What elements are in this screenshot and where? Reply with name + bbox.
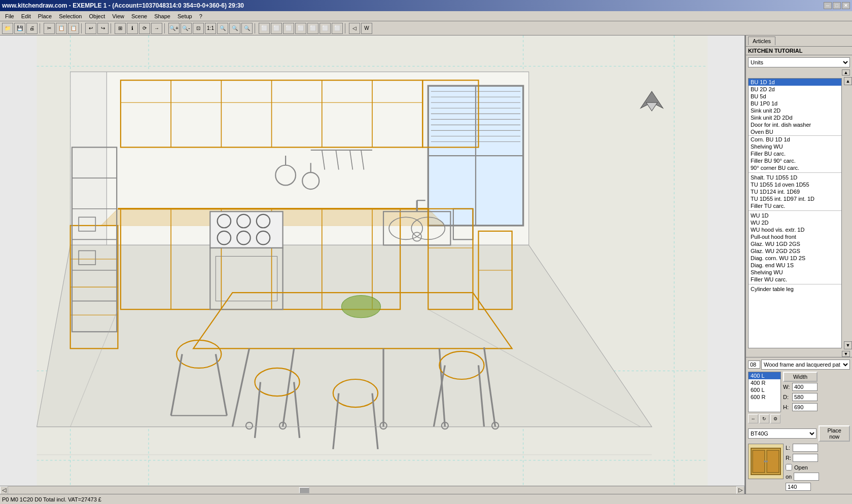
print-button[interactable]: 🖨 [26,23,38,34]
list-item[interactable]: 90° corner BU carc. [749,164,841,171]
menu-item-scene[interactable]: Scene [128,12,150,20]
list-item[interactable]: Corn. BU 1D 1d [749,135,841,143]
list-item[interactable]: BU 5d [749,93,841,100]
list-item[interactable]: Filler TU carc. [749,202,841,209]
list-scroll-down-btn[interactable]: ▼ [842,351,850,357]
width-button[interactable]: Width [783,372,818,382]
h-scrollbar[interactable]: ◁ ▷ [0,486,744,494]
mode-button-1[interactable]: ◁ [349,23,360,34]
zoom-in-button[interactable]: 🔍+ [168,23,180,34]
list-scroll-down-right-btn[interactable]: ▼ [844,341,852,349]
height-input[interactable] [792,403,818,411]
list-item[interactable]: TU 1D124 int. 1D69 [749,188,841,195]
list-item[interactable]: WU hood vis. extr. 1D [749,226,841,233]
list-item[interactable]: BU 1P0 1d [749,100,841,107]
view-button-1[interactable]: ⬜ [259,23,270,34]
material-number-input[interactable] [748,361,760,369]
paste-button[interactable]: 📋 [68,23,79,34]
material-select[interactable]: Wood frame and lacquered pat [761,359,850,370]
place-now-button[interactable]: Place now [819,425,850,442]
menu-item-?[interactable]: ? [196,12,205,20]
menu-item-shape[interactable]: Shape [151,12,173,20]
list-item[interactable]: Sink unit 2D 2Dd [749,114,841,121]
list-item[interactable]: Shelving WU [749,269,841,276]
view-button-7[interactable]: ⬜ [332,23,343,34]
zoom-4-button[interactable]: 🔍 [241,23,253,34]
size-item[interactable]: 600 L [749,386,780,393]
zoom-3-button[interactable]: 🔍 [229,23,240,34]
view-button-4[interactable]: ⬜ [295,23,306,34]
list-item[interactable]: Glaz. WU 1GD 2GS [749,240,841,247]
units-dropdown[interactable]: Units [748,57,850,67]
depth-input[interactable] [792,393,818,401]
minimize-button[interactable]: ─ [824,2,832,9]
zoom-out-button[interactable]: 🔍- [181,23,192,34]
grid-button[interactable]: ⊞ [115,23,126,34]
view-button-2[interactable]: ⬜ [271,23,282,34]
menu-item-place[interactable]: Place [35,12,55,20]
variant-select[interactable]: BT40G [748,428,816,439]
list-item[interactable]: Sink unit 2D [749,107,841,114]
r-input[interactable] [793,454,818,462]
cut-button[interactable]: ✂ [44,23,55,34]
menu-item-object[interactable]: Object [86,12,109,20]
size-item[interactable]: 400 L [749,372,780,379]
list-item[interactable]: Cylinder table leg [749,285,841,293]
rotate-icon-btn[interactable]: ↻ [759,414,769,423]
undo-button[interactable]: ↩ [85,23,96,34]
h-scroll-thumb[interactable] [299,487,309,493]
menu-item-selection[interactable]: Selection [56,12,85,20]
menu-item-edit[interactable]: Edit [18,12,34,20]
scroll-right-btn[interactable]: ▷ [736,486,744,494]
list-item[interactable]: Diag. corn. WU 1D 2S [749,255,841,262]
new-button[interactable]: 📁 [2,23,13,34]
last-input[interactable] [786,483,811,491]
list-scroll-up-btn[interactable]: ▲ [842,69,850,76]
menu-item-setup[interactable]: Setup [174,12,195,20]
view-button-6[interactable]: ⬜ [320,23,331,34]
close-button[interactable]: ✕ [842,2,850,9]
settings-icon-btn[interactable]: ⚙ [770,414,780,423]
menu-item-file[interactable]: File [2,12,17,20]
list-item[interactable]: WU 2D [749,219,841,226]
list-item[interactable]: TU 1D55 1d oven 1D55 [749,181,841,188]
list-item[interactable]: Oven BU [749,128,841,135]
zoom-fit-button[interactable]: ⊡ [193,23,204,34]
list-item[interactable]: Filler BU carc. [749,150,841,157]
zoom-2-button[interactable]: 🔍 [217,23,228,34]
list-item[interactable]: Glaz. WU 2GD 2GS [749,247,841,255]
zoom-1-button[interactable]: 1:1 [205,23,216,34]
size-item[interactable]: 600 R [749,393,780,401]
list-item[interactable]: Door for int. dish washer [749,121,841,128]
canvas-area[interactable]: ◁ ▷ [0,35,746,494]
articles-tab[interactable]: Articles [748,37,775,45]
flip-icon-btn[interactable]: ↔ [748,414,758,423]
list-item[interactable]: Shalt. TU 1D55 1D [749,174,841,181]
list-item[interactable]: Filler WU carc. [749,276,841,283]
redo-button[interactable]: ↪ [97,23,109,34]
list-item[interactable]: TU 1D55 int. 1D97 int. 1D [749,195,841,202]
size-list[interactable]: 400 L400 R600 L600 R [748,372,781,412]
list-scroll-up-right-btn[interactable]: ▲ [844,77,852,85]
mode-button-2[interactable]: W [361,23,372,34]
arrow-button[interactable]: → [151,23,162,34]
open-checkbox[interactable] [786,464,792,471]
list-item[interactable]: Diag. end WU 1S [749,262,841,269]
menu-item-view[interactable]: View [109,12,127,20]
list-item[interactable]: Pull-out hood front [749,233,841,240]
width-input[interactable] [792,383,818,391]
maximize-button[interactable]: □ [833,2,841,9]
list-item[interactable]: BU 2D 2d [749,86,841,93]
on-input[interactable] [794,473,819,481]
info-button[interactable]: ℹ [127,23,138,34]
copy-button[interactable]: 📋 [56,23,67,34]
view-button-3[interactable]: ⬜ [283,23,294,34]
scroll-left-btn[interactable]: ◁ [0,486,8,494]
item-list[interactable]: BU 1D 1dBU 2D 2dBU 5dBU 1P0 1dSink unit … [748,78,842,348]
save-button[interactable]: 💾 [14,23,25,34]
list-item[interactable]: WU 1D [749,212,841,219]
list-item[interactable]: BU 1D 1d [749,79,841,86]
list-item[interactable]: Filler BU 90° carc. [749,157,841,164]
list-item[interactable]: Shelving WU [749,143,841,150]
rotate-button[interactable]: ⟳ [139,23,150,34]
